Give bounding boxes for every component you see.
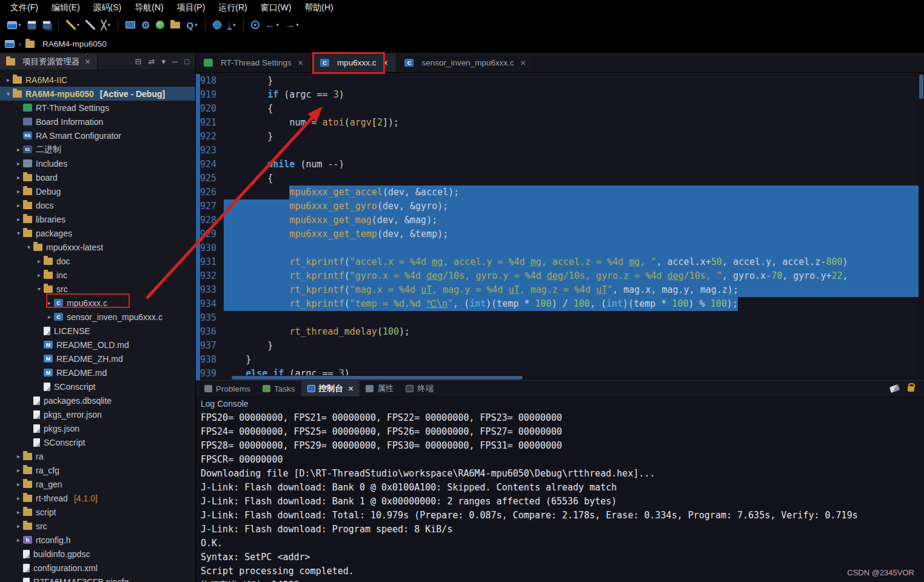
dropdown-caret-icon[interactable]: ▾ (108, 22, 111, 28)
line-number[interactable]: 924 (196, 158, 224, 172)
sdk-manager-button[interactable] (153, 17, 167, 33)
code-format-button[interactable] (83, 17, 98, 33)
tree-item-board-information[interactable]: Board Information (0, 115, 195, 129)
tree-item-r7fa6m4af3cfb.pincfg[interactable]: R7FA6M4AF3CFB.pincfg (0, 575, 195, 582)
chevron-collapsed-icon[interactable]: ▸ (45, 313, 54, 320)
tree-item-configuration.xml[interactable]: configuration.xml (0, 561, 195, 575)
tree-item-sconscript[interactable]: SConscript (0, 435, 195, 449)
chevron-collapsed-icon[interactable]: ▸ (14, 481, 23, 487)
line-number[interactable]: 937 (196, 339, 224, 353)
chevron-expanded-icon[interactable]: ▾ (24, 244, 33, 250)
tree-item-ra6m4-mpu6050[interactable]: ▾RA6M4-mpu6050[Active - Debug] (0, 87, 195, 101)
tree-item-ra_gen[interactable]: ▸ra_gen (0, 477, 195, 491)
code-line-918[interactable]: 918 } (196, 74, 924, 88)
line-number[interactable]: 922 (196, 130, 224, 144)
code-line-937[interactable]: 937 } (196, 339, 924, 353)
tree-item-mpu6xxx-latest[interactable]: ▾mpu6xxx-latest (0, 240, 195, 254)
line-number[interactable]: 918 (196, 74, 224, 88)
tree-item-pkgs_error.json[interactable]: pkgs_error.json (0, 407, 195, 421)
tree-item-inc[interactable]: ▸inc (0, 268, 195, 282)
chevron-collapsed-icon[interactable]: ▸ (14, 216, 23, 222)
clear-console-icon[interactable] (889, 384, 900, 393)
chevron-collapsed-icon[interactable]: ▸ (14, 509, 23, 515)
tree-item-rt-thread-settings[interactable]: RT-Thread Settings (0, 101, 195, 115)
close-icon[interactable]: ✕ (382, 59, 388, 67)
code-line-933[interactable]: 933 rt_kprintf("mag.x = %4d uT, mag.y = … (196, 283, 924, 297)
chevron-collapsed-icon[interactable]: ▸ (14, 467, 23, 473)
line-number[interactable]: 939 (196, 367, 224, 380)
tree-item-mpu6xxx.c[interactable]: ▸Cmpu6xxx.c (0, 296, 195, 310)
code-line-919[interactable]: 919 if (argc == 3) (196, 88, 924, 102)
dropdown-caret-icon[interactable]: ▾ (233, 22, 236, 28)
tree-item-二进制[interactable]: ▸01二进制 (0, 142, 195, 156)
breadcrumb-project[interactable]: RA6M4-mpu6050 (42, 39, 107, 48)
editor-vertical-scrollbar[interactable] (919, 73, 924, 380)
line-number[interactable]: 938 (196, 353, 224, 367)
save-all-button[interactable] (40, 17, 53, 33)
close-icon[interactable]: ✕ (298, 59, 304, 67)
chevron-collapsed-icon[interactable]: ▸ (14, 174, 23, 181)
bottom-tab-属性[interactable]: 属性 (360, 381, 400, 396)
tree-item-rt-thread[interactable]: ▸rt-thread[4.1.0] (0, 491, 195, 505)
search-button[interactable]: Q▾ (184, 17, 199, 33)
dropdown-caret-icon[interactable]: ▾ (276, 22, 280, 28)
code-line-920[interactable]: 920 { (196, 102, 924, 116)
tree-item-readme_zh.md[interactable]: MREADME_ZH.md (0, 352, 195, 366)
download-button[interactable]: ↓▾ (225, 17, 238, 33)
code-line-934[interactable]: 934 rt_kprintf("temp = %d.%d ℃\n", (int)… (196, 297, 924, 311)
build-config-button[interactable]: ▾ (64, 17, 82, 33)
menu-item-运行r[interactable]: 运行(R) (212, 0, 253, 15)
dropdown-caret-icon[interactable]: ▾ (195, 22, 198, 28)
code-line-924[interactable]: 924 while (num --) (196, 158, 924, 172)
tree-item-libraries[interactable]: ▸libraries (0, 212, 195, 226)
bottom-tab-problems[interactable]: Problems (198, 381, 256, 396)
tree-item-buildinfo.gpdsc[interactable]: buildinfo.gpdsc (0, 547, 195, 561)
line-number[interactable]: 929 (196, 227, 224, 241)
code-line-931[interactable]: 931 rt_kprintf("accel.x = %4d mg, accel.… (196, 255, 924, 269)
minimize-icon[interactable]: ─ (172, 57, 178, 66)
code-line-935[interactable]: 935 (196, 311, 924, 325)
chevron-collapsed-icon[interactable]: ▸ (14, 537, 23, 543)
save-button[interactable] (25, 17, 39, 33)
chevron-collapsed-icon[interactable]: ▸ (45, 299, 54, 306)
maximize-icon[interactable]: □ (184, 57, 189, 66)
line-number[interactable]: 933 (196, 283, 224, 297)
tree-item-readme_old.md[interactable]: MREADME_OLD.md (0, 338, 195, 352)
tree-item-src[interactable]: ▾src (0, 282, 195, 296)
menu-item-窗口w[interactable]: 窗口(W) (254, 0, 298, 15)
tree-item-sconscript[interactable]: SConscript (0, 380, 195, 393)
chevron-expanded-icon[interactable]: ▾ (4, 90, 13, 97)
code-line-938[interactable]: 938 } (196, 353, 924, 367)
scroll-lock-icon[interactable] (908, 386, 914, 392)
forward-button[interactable]: →▾ (283, 17, 301, 33)
tree-item-doc[interactable]: ▸doc (0, 254, 195, 268)
tree-item-board[interactable]: ▸board (0, 170, 195, 184)
line-number[interactable]: 930 (196, 241, 224, 255)
console-output[interactable]: FPS20= 00000000, FPS21= 00000000, FPS22=… (196, 411, 924, 582)
code-line-926[interactable]: 926 mpu6xxx_get_accel(dev, &accel); (196, 186, 924, 199)
line-number[interactable]: 926 (196, 186, 224, 199)
code-line-923[interactable]: 923 (196, 144, 924, 158)
chevron-collapsed-icon[interactable]: ▸ (14, 202, 23, 209)
chevron-expanded-icon[interactable]: ▾ (14, 230, 23, 236)
dropdown-caret-icon[interactable]: ▾ (18, 22, 21, 28)
tree-item-docs[interactable]: ▸docs (0, 198, 195, 212)
line-number[interactable]: 920 (196, 102, 224, 116)
tree-item-packages[interactable]: ▾packages (0, 226, 195, 240)
bottom-tab-控制台[interactable]: 控制台✕ (301, 381, 360, 396)
line-number[interactable]: 927 (196, 199, 224, 213)
code-line-932[interactable]: 932 rt_kprintf("gyro.x = %4d deg/10s, gy… (196, 269, 924, 283)
tree-item-readme.md[interactable]: MREADME.md (0, 366, 195, 380)
tree-item-includes[interactable]: ▸Includes (0, 156, 195, 170)
chevron-collapsed-icon[interactable]: ▸ (14, 160, 23, 167)
tree-item-ra[interactable]: ▸ra (0, 449, 195, 463)
line-number[interactable]: 931 (196, 255, 224, 269)
tree-item-license[interactable]: LICENSE (0, 324, 195, 338)
code-line-930[interactable]: 930 (196, 241, 924, 255)
target-connect-button[interactable] (249, 17, 262, 33)
tree-item-debug[interactable]: ▸Debug (0, 184, 195, 198)
code-line-925[interactable]: 925 { (196, 172, 924, 186)
code-line-927[interactable]: 927 mpu6xxx_get_gyro(dev, &gyro); (196, 199, 924, 213)
line-number[interactable]: 932 (196, 269, 224, 283)
tree-item-sensor_inven_mpu6xxx.c[interactable]: ▸Csensor_inven_mpu6xxx.c (0, 310, 195, 324)
